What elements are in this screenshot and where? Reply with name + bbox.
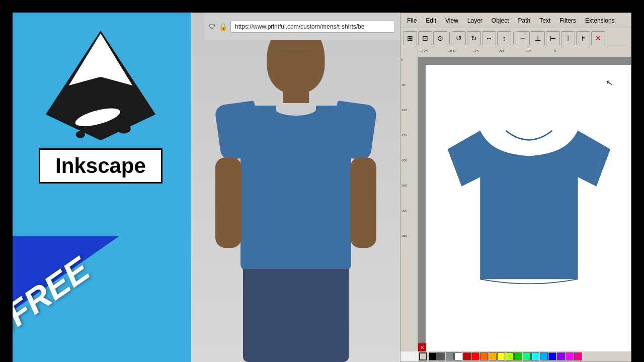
browser-address-bar: 🛡 🔒 https://www.printful.com/custom/mens… bbox=[204, 13, 400, 40]
model-arm-left bbox=[215, 157, 242, 248]
toolbar-sep-2 bbox=[513, 32, 514, 44]
main-toolbar: ⊞ ⊡ ⊙ ↺ ↻ ↔ ↕ ⊣ ⊥ ⊢ ⊤ ⊧ ✕ bbox=[400, 28, 631, 48]
menu-object[interactable]: Object bbox=[488, 16, 513, 26]
toolbar-sep-1 bbox=[449, 32, 450, 44]
url-input[interactable]: https://www.printful.com/custom/mens/t-s… bbox=[230, 21, 395, 33]
color-palette bbox=[418, 351, 631, 361]
color-yellow-green[interactable] bbox=[506, 352, 514, 360]
menu-bar: File Edit View Layer Object Path Text Fi… bbox=[400, 13, 631, 28]
color-green[interactable] bbox=[514, 352, 522, 360]
menu-layer[interactable]: Layer bbox=[463, 16, 487, 26]
left-branding-panel: Inkscape TJFREE bbox=[13, 13, 191, 362]
toolbar-undo-btn[interactable]: ↺ bbox=[452, 31, 466, 45]
menu-edit[interactable]: Edit bbox=[422, 16, 440, 26]
toolbar-distribute-btn[interactable]: ⊧ bbox=[576, 31, 590, 45]
toolbar-align-left-btn[interactable]: ⊣ bbox=[516, 31, 530, 45]
toolbar-align-right-btn[interactable]: ⊢ bbox=[546, 31, 560, 45]
model-figure bbox=[208, 13, 384, 362]
menu-extensions[interactable]: Extensions bbox=[581, 16, 619, 26]
color-sky-blue[interactable] bbox=[540, 352, 548, 360]
tjfree-banner-container: TJFREE bbox=[13, 236, 191, 362]
toolbar-grid-btn[interactable]: ⊞ bbox=[403, 31, 417, 45]
inkscape-logo-area: Inkscape bbox=[28, 28, 174, 184]
color-mint[interactable] bbox=[523, 352, 531, 360]
color-blue[interactable] bbox=[548, 352, 556, 360]
menu-text[interactable]: Text bbox=[535, 16, 554, 26]
color-white[interactable] bbox=[454, 352, 462, 360]
shield-icon: 🛡 bbox=[209, 23, 216, 31]
toolbar-close-btn[interactable]: ✕ bbox=[591, 31, 605, 45]
toolbar-zoom-fit-btn[interactable]: ⊙ bbox=[433, 31, 447, 45]
ruler-horizontal: -125 -100 -75 -50 -25 0 bbox=[418, 48, 631, 57]
color-orange[interactable] bbox=[480, 352, 488, 360]
model-jeans bbox=[243, 269, 349, 362]
color-amber[interactable] bbox=[489, 352, 497, 360]
color-cyan[interactable] bbox=[531, 352, 539, 360]
color-pink[interactable] bbox=[574, 352, 582, 360]
toolbar-flip-v-btn[interactable]: ↕ bbox=[497, 31, 511, 45]
tshirt-illustration bbox=[431, 75, 631, 316]
svg-point-4 bbox=[76, 131, 85, 138]
color-yellow[interactable] bbox=[497, 352, 505, 360]
ruler-vertical: 0 -50 -100 -150 -200 -250 -300 -350 bbox=[400, 48, 418, 351]
menu-filters[interactable]: Filters bbox=[555, 16, 580, 26]
inkscape-text-label: Inkscape bbox=[39, 148, 163, 184]
color-black[interactable] bbox=[429, 352, 437, 360]
inkscape-app-panel: File Edit View Layer Object Path Text Fi… bbox=[400, 13, 631, 362]
color-magenta[interactable] bbox=[566, 352, 574, 360]
color-gray[interactable] bbox=[446, 352, 454, 360]
x-close-button[interactable]: ✕ bbox=[418, 343, 426, 351]
menu-file[interactable]: File bbox=[403, 16, 421, 26]
color-purple[interactable] bbox=[557, 352, 565, 360]
toolbar-flip-h-btn[interactable]: ↔ bbox=[482, 31, 496, 45]
color-red[interactable] bbox=[471, 352, 479, 360]
model-photo-panel: 🛡 🔒 https://www.printful.com/custom/mens… bbox=[191, 13, 400, 362]
color-dark-red[interactable] bbox=[463, 352, 471, 360]
diagonal-banner-bg bbox=[13, 236, 180, 332]
lock-icon: 🔒 bbox=[219, 23, 227, 31]
canvas-area[interactable]: ↖ bbox=[418, 57, 631, 351]
model-tshirt-body bbox=[240, 106, 351, 272]
canvas-white-background: ↖ bbox=[426, 65, 631, 351]
menu-view[interactable]: View bbox=[441, 16, 462, 26]
color-dark-gray[interactable] bbox=[437, 352, 445, 360]
menu-path[interactable]: Path bbox=[514, 16, 535, 26]
toolbar-redo-btn[interactable]: ↻ bbox=[467, 31, 481, 45]
inkscape-logo-svg bbox=[40, 28, 161, 143]
toolbar-align-center-v-btn[interactable]: ⊤ bbox=[561, 31, 575, 45]
toolbar-snap-btn[interactable]: ⊡ bbox=[418, 31, 432, 45]
toolbar-align-center-h-btn[interactable]: ⊥ bbox=[531, 31, 545, 45]
no-color-swatch[interactable] bbox=[419, 352, 427, 360]
tjfree-watermark: TJFREE bbox=[13, 251, 95, 354]
svg-point-3 bbox=[117, 124, 131, 133]
model-arm-right bbox=[350, 157, 376, 248]
